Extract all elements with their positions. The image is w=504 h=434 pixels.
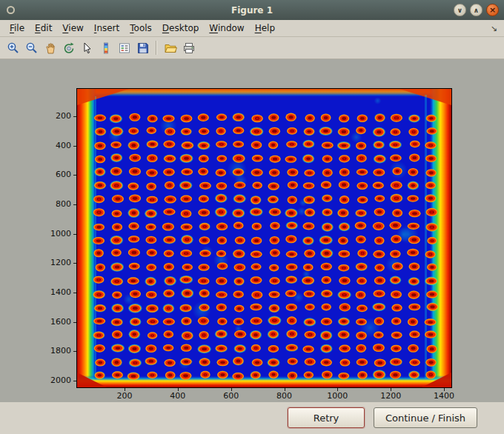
y-tick-label: 2000: [40, 375, 71, 385]
dock-figure-icon[interactable]: ↘: [491, 24, 497, 33]
y-tick-mark: [73, 381, 76, 381]
y-tick-label: 1600: [40, 317, 71, 327]
menu-item-file[interactable]: File: [4, 21, 30, 35]
x-tick-label: 1200: [374, 391, 407, 401]
data-cursor-button[interactable]: [78, 39, 96, 57]
x-tick-mark: [391, 388, 391, 391]
x-tick-label: 600: [215, 391, 248, 401]
toolbar: [0, 37, 504, 59]
printer-icon: [182, 41, 196, 55]
menubar: FileEditViewInsertToolsDesktopWindowHelp…: [0, 20, 504, 37]
minimize-button[interactable]: ∨: [454, 4, 466, 16]
menu-item-tools[interactable]: Tools: [125, 21, 157, 35]
x-tick-label: 400: [162, 391, 194, 401]
y-tick-label: 1800: [40, 346, 71, 355]
window-title: Figure 1: [0, 5, 504, 16]
bottom-bar: Retry Continue / Finish: [0, 402, 504, 434]
menu-item-window[interactable]: Window: [204, 21, 249, 35]
x-tick-mark: [285, 388, 285, 391]
y-tick-mark: [73, 175, 76, 176]
toolbar-separator: [156, 41, 157, 55]
x-tick-label: 200: [108, 391, 141, 401]
legend-icon: [118, 41, 131, 55]
y-tick-label: 200: [40, 111, 71, 121]
y-tick-label: 1400: [40, 287, 71, 297]
y-tick-label: 400: [40, 141, 71, 150]
x-tick-mark: [231, 388, 232, 391]
zoom-out-button[interactable]: [22, 39, 41, 57]
close-icon: ×: [489, 5, 496, 15]
x-tick-label: 1400: [428, 391, 460, 401]
y-tick-mark: [73, 204, 76, 205]
y-tick-label: 1200: [40, 258, 71, 267]
x-tick-mark: [444, 388, 445, 391]
plot-axes: [76, 88, 452, 388]
zoom-in-icon: [7, 41, 20, 55]
maximize-icon: ∧: [474, 7, 479, 14]
open-file-button[interactable]: [161, 39, 179, 57]
figure-window: Figure 1 ∨ ∧ × FileEditViewInsertToolsDe…: [0, 0, 504, 434]
menu-items: FileEditViewInsertToolsDesktopWindowHelp: [4, 21, 280, 35]
colorbar-icon: [99, 41, 113, 55]
x-tick-label: 800: [268, 391, 301, 401]
pan-hand-icon: [44, 41, 57, 55]
insert-legend-button[interactable]: [115, 39, 133, 57]
y-tick-mark: [73, 146, 76, 147]
window-menu-icon[interactable]: [7, 6, 15, 14]
maximize-button[interactable]: ∧: [470, 4, 483, 16]
menu-item-insert[interactable]: Insert: [89, 21, 125, 35]
x-tick-mark: [178, 388, 179, 391]
zoom-in-button[interactable]: [4, 39, 22, 57]
y-tick-mark: [73, 322, 76, 323]
rotate-3d-button[interactable]: [59, 39, 78, 57]
y-tick-mark: [73, 293, 76, 293]
heatmap-image[interactable]: [77, 89, 451, 387]
y-tick-mark: [73, 263, 76, 264]
y-tick-mark: [73, 351, 76, 352]
x-tick-mark: [337, 388, 338, 391]
data-cursor-icon: [81, 41, 94, 55]
y-tick-label: 600: [40, 170, 71, 179]
continue-finish-button[interactable]: Continue / Finish: [374, 407, 477, 428]
menu-item-view[interactable]: View: [57, 21, 88, 35]
close-button[interactable]: ×: [486, 4, 499, 16]
minimize-icon: ∨: [457, 7, 462, 14]
y-tick-mark: [73, 116, 76, 117]
rotate-3d-icon: [62, 41, 76, 55]
y-tick-label: 800: [40, 199, 71, 209]
menu-item-desktop[interactable]: Desktop: [157, 21, 205, 35]
zoom-out-icon: [25, 41, 39, 55]
open-folder-icon: [164, 41, 177, 55]
y-tick-mark: [73, 234, 76, 235]
pan-button[interactable]: [41, 39, 59, 57]
figure-canvas-area: 2004006008001000120014001600180020002004…: [0, 59, 504, 402]
menu-item-edit[interactable]: Edit: [30, 21, 57, 35]
window-controls: ∨ ∧ ×: [454, 4, 499, 16]
titlebar[interactable]: Figure 1 ∨ ∧ ×: [0, 0, 504, 20]
x-tick-label: 1000: [321, 391, 354, 401]
print-figure-button[interactable]: [179, 39, 198, 57]
x-tick-mark: [125, 388, 125, 391]
menu-item-help[interactable]: Help: [250, 21, 280, 35]
retry-button[interactable]: Retry: [288, 407, 365, 428]
save-icon: [136, 41, 150, 55]
save-figure-button[interactable]: [133, 39, 152, 57]
insert-colorbar-button[interactable]: [96, 39, 115, 57]
y-tick-label: 1000: [40, 229, 71, 238]
